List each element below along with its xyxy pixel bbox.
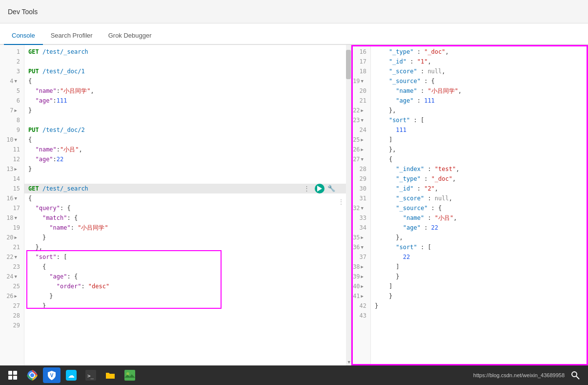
rln-29: 29 [351, 174, 370, 184]
ln-20: 20 ▶ [0, 233, 24, 242]
code-line-10: { [24, 135, 351, 145]
taskbar-url: https://blog.csdn.net/weixin_43689958 [473, 372, 565, 378]
code-line-13: } [24, 164, 351, 174]
rln-20: 20 [351, 86, 370, 96]
rcl-39: } [371, 272, 588, 281]
rln-32: 32 ▼ [351, 203, 370, 213]
taskbar-shield[interactable]: V [43, 367, 61, 383]
rcl-28: "_index" : "test", [371, 164, 588, 174]
code-line-19: "name": "小吕同学" [24, 223, 351, 233]
taskbar-folder[interactable] [101, 367, 119, 383]
ln-25: 25 [0, 281, 24, 291]
ln-5: 5 [0, 86, 24, 96]
ln-8: 8 [0, 115, 24, 125]
rcl-23: "sort" : [ [371, 115, 588, 125]
result-line-numbers: 16 17 18 19 ▼ 20 21 22 ▶ 23 ▼ 24 25 ▶ 26… [351, 45, 371, 365]
rcl-33: "name" : "小吕", [371, 213, 588, 223]
code-line-21: }, [24, 242, 351, 252]
code-line-15: GET /test/_search ⋮ 🔧 [24, 184, 351, 193]
ln-19: 19 [0, 223, 24, 233]
taskbar-photos[interactable] [121, 367, 139, 383]
code-line-28 [24, 311, 351, 321]
title-bar: Dev Tools [0, 0, 588, 23]
scroll-down-arrow[interactable]: ▼ [348, 360, 350, 364]
svg-rect-13 [124, 370, 135, 381]
editor-code-area[interactable]: GET /test/_search PUT /test/_doc/1 { "na… [24, 45, 351, 365]
rln-42: 42 [351, 301, 370, 311]
ln-17: 17 [0, 203, 24, 213]
editor-scrollbar-thumb[interactable] [346, 50, 351, 79]
rln-16: 16 [351, 47, 370, 57]
rln-37: 37 [351, 252, 370, 262]
rln-26: 26 ▶ [351, 145, 370, 154]
editor-panel: 1 2 3 4 ▼ 5 6 7 ▶ 8 9 10 ▼ 11 12 13 ▶ 14… [0, 45, 351, 365]
run-button[interactable] [315, 184, 324, 193]
rcl-41: } [371, 291, 588, 301]
rcl-25: ] [371, 135, 588, 145]
ln-12: 12 [0, 154, 24, 164]
ln-7: 7 ▶ [0, 106, 24, 115]
ln-27: 27 [0, 301, 24, 311]
ln-21: 21 [0, 242, 24, 252]
svg-point-15 [572, 372, 577, 377]
line-dots-icon[interactable]: ⋮ [304, 184, 310, 193]
rcl-40: ] [371, 281, 588, 291]
svg-rect-3 [8, 376, 12, 380]
taskbar-terminal[interactable]: >_ [82, 367, 100, 383]
code-line-26: } [24, 291, 351, 301]
taskbar: V ☁ >_ https://blog.csdn.net/weixin_4368… [0, 365, 588, 385]
svg-rect-2 [13, 371, 17, 375]
rcl-20: "name" : "小吕同学", [371, 86, 588, 96]
rln-27: 27 ▼ [351, 154, 370, 164]
settings-icon[interactable]: 🔧 [327, 184, 335, 193]
rcl-27: { [371, 154, 588, 164]
result-code-area: "_type" : "_doc", "_id" : "1", "_score" … [371, 45, 588, 365]
rcl-37: 22 [371, 252, 588, 262]
result-panel: 16 17 18 19 ▼ 20 21 22 ▶ 23 ▼ 24 25 ▶ 26… [351, 45, 588, 365]
svg-point-7 [30, 373, 34, 377]
rcl-34: "age" : 22 [371, 223, 588, 233]
taskbar-chrome[interactable] [23, 367, 41, 383]
ln-14: 14 [0, 174, 24, 184]
editor-scrollbar[interactable] [346, 45, 351, 365]
rcl-19: "_source" : { [371, 76, 588, 86]
code-line-9: PUT /test/_doc/2 [24, 125, 351, 135]
ln-6: 6 [0, 96, 24, 106]
rcl-43 [371, 311, 588, 321]
code-line-6: "age":111 [24, 96, 351, 106]
rcl-17: "_id" : "1", [371, 57, 588, 66]
rcl-21: "age" : 111 [371, 96, 588, 106]
taskbar-cloud[interactable]: ☁ [62, 367, 80, 383]
tab-search-profiler[interactable]: Search Profiler [43, 27, 101, 45]
rln-24: 24 [351, 125, 370, 135]
code-line-29 [24, 321, 351, 330]
rcl-18: "_score" : null, [371, 66, 588, 76]
app-title: Dev Tools [8, 8, 38, 16]
rln-23: 23 ▼ [351, 115, 370, 125]
ln-2: 2 [0, 57, 24, 66]
rln-43: 43 [351, 311, 370, 321]
tab-console[interactable]: Console [4, 27, 43, 45]
taskbar-grid[interactable] [4, 367, 21, 383]
rln-35: 35 ▶ [351, 233, 370, 242]
rln-38: 38 ▶ [351, 262, 370, 272]
more-options-icon[interactable]: ⋮ [338, 198, 344, 205]
taskbar-search[interactable] [567, 367, 584, 383]
rln-19: 19 ▼ [351, 76, 370, 86]
rln-17: 17 [351, 57, 370, 66]
tab-grok-debugger[interactable]: Grok Debugger [101, 27, 160, 45]
ln-10: 10 ▼ [0, 135, 24, 145]
svg-line-16 [576, 376, 579, 379]
editor-line-numbers: 1 2 3 4 ▼ 5 6 7 ▶ 8 9 10 ▼ 11 12 13 ▶ 14… [0, 45, 24, 365]
rln-30: 30 [351, 184, 370, 193]
code-line-4: { [24, 76, 351, 86]
rln-22: 22 ▶ [351, 106, 370, 115]
ln-18: 18 ▼ [0, 213, 24, 223]
ln-9: 9 [0, 125, 24, 135]
rcl-32: "_source" : { [371, 203, 588, 213]
code-line-16: { [24, 193, 351, 203]
code-line-12: "age":22 [24, 154, 351, 164]
rln-18: 18 [351, 66, 370, 76]
ln-13: 13 ▶ [0, 164, 24, 174]
code-line-20: } [24, 233, 351, 242]
